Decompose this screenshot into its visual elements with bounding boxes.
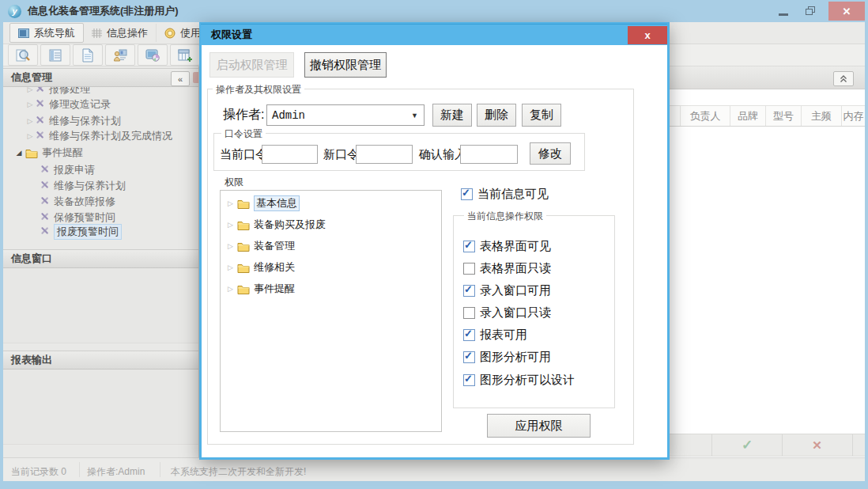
operator-group-label: 操作者及其权限设置 [213,83,304,97]
perm-checkbox-row[interactable]: 图形分析可用 [463,350,551,365]
perm-checkbox-row[interactable]: 表格界面可见 [463,239,551,254]
user-permission-icon[interactable] [105,44,135,66]
sidebar-report-panel-header[interactable]: 报表输出 [3,351,198,370]
sidebar-tree-item[interactable]: 保修预警时间 [3,210,198,226]
sidebar-tree-item[interactable]: ◢ 事件提醒 [3,145,198,161]
current-password-field[interactable] [262,145,318,164]
perm-tree-item-selected[interactable]: ▷ 基本信息 [225,195,440,212]
table-column-header[interactable]: 内存 [842,106,865,126]
operator-status: 操作者:Admin [87,465,145,479]
expander-collapsed-icon[interactable]: ▷ [225,221,236,229]
menu-item-system-nav[interactable]: 系统导航 [9,23,84,43]
table-column-header[interactable]: 型号 [766,106,802,126]
expander-collapsed-icon[interactable]: ▷ [225,199,236,207]
permission-settings-dialog: 权限设置 x 启动权限管理 撤销权限管理 操作者及其权限设置 操作者: Admi… [199,22,670,460]
new-operator-button[interactable]: 新建 [432,104,472,127]
table-new-icon[interactable] [170,44,200,66]
new-password-label: 新口令 [323,147,359,162]
table-column-header[interactable]: 负责人 [681,106,730,126]
current-password-label: 当前口令 [220,147,267,162]
current-info-visible-checkbox[interactable]: 当前信息可见 [461,187,549,202]
checkbox-icon[interactable] [463,374,475,386]
expander-collapsed-icon[interactable]: ▷ [225,263,236,271]
perm-checkbox-row[interactable]: 录入窗口只读 [463,305,551,320]
checkbox-icon[interactable] [463,241,475,252]
perm-checkbox-row[interactable]: 图形分析可以设计 [463,373,575,388]
expander-collapsed-icon[interactable]: ▷ [25,100,35,108]
perm-checkbox-row[interactable]: 报表可用 [463,328,527,343]
status-divider [160,462,160,477]
navigator-cancel-button[interactable]: ✕ [782,434,853,456]
checkbox-icon[interactable] [461,188,473,200]
apply-permission-button[interactable]: 应用权限 [487,414,591,438]
collapse-chevrons-icon: « [178,74,183,84]
panel-collapse-button[interactable] [833,71,854,86]
restore-icon [806,6,816,16]
perm-tree-item[interactable]: ▷ 装备购买及报废 [225,216,440,233]
tool-icon [40,195,50,208]
delete-operator-button[interactable]: 删除 [477,104,516,127]
confirm-password-field[interactable] [460,145,518,164]
restore-button[interactable] [797,2,824,21]
sidebar-tree-item[interactable]: 报废申请 [3,162,198,178]
sidebar-info-panel-header[interactable]: 信息管理 « [3,68,198,87]
expander-collapsed-icon[interactable]: ▷ [25,132,35,140]
expander-collapsed-icon[interactable]: ▷ [25,117,35,125]
perm-tree-item[interactable]: ▷ 事件提醒 [225,280,440,298]
expander-expanded-icon[interactable]: ◢ [14,149,24,157]
status-message: 本系统支持二次开发和全新开发! [171,465,306,479]
navigator-post-button[interactable]: ✓ [712,434,783,456]
sidebar-tree-item-selected[interactable]: 报废预警时间 [3,224,198,240]
expander-collapsed-icon[interactable]: ▷ [225,285,236,293]
table-column-header[interactable]: 品牌 [730,106,766,126]
dialog-titlebar[interactable]: 权限设置 [201,24,667,45]
sidebar-tree-item[interactable]: ▷ 修理改造记录 [3,97,198,112]
folder-icon [237,241,250,252]
sidebar-tree-item[interactable]: ▷ 维修与保养计划 [3,113,198,129]
modify-password-button[interactable]: 修改 [530,142,571,165]
perm-checkbox-row[interactable]: 表格界面只读 [463,261,551,276]
sidebar-tree-item[interactable]: 装备故障报修 [3,194,198,210]
guide-icon [164,28,175,39]
close-button[interactable]: ✕ [828,2,865,21]
sidebar-tree-item[interactable]: 维修与保养计划 [3,178,198,194]
sidebar-window-panel-title: 信息窗口 [11,252,52,266]
tool-icon [40,164,50,176]
checkbox-icon[interactable] [463,329,475,341]
start-permission-button[interactable]: 启动权限管理 [209,52,294,78]
copy-operator-button[interactable]: 复制 [522,104,561,127]
record-count: 当前记录数 0 [11,465,66,479]
sidebar-window-panel-header[interactable]: 信息窗口 [3,249,198,268]
checkbox-icon[interactable] [463,351,475,363]
chevron-up-double-icon [840,75,847,83]
checkbox-icon[interactable] [463,263,475,275]
expander-collapsed-icon[interactable]: ▷ [25,87,35,93]
operation-group-label: 当前信息操作权限 [464,210,546,223]
status-bar: 当前记录数 0 操作者:Admin 本系统支持二次开发和全新开发! [3,457,865,481]
tool-icon [35,130,45,142]
sidebar-collapse-button[interactable]: « [171,71,190,86]
perm-tree-item[interactable]: ▷ 装备管理 [225,237,440,255]
monitor-analysis-icon[interactable] [138,44,168,66]
app-logo-icon: y [8,5,21,18]
checkbox-icon[interactable] [463,307,475,319]
menu-item-info-operation[interactable]: 信息操作 [84,24,157,42]
expander-collapsed-icon[interactable]: ▷ [225,242,236,250]
sidebar-tree-item[interactable]: ▷ 维修与保养计划及完成情况 [3,128,198,144]
search-document-icon[interactable] [8,44,38,66]
password-group-label: 口令设置 [221,127,266,141]
tool-icon [35,115,45,127]
dialog-close-button[interactable]: x [628,26,667,44]
checkbox-icon[interactable] [463,285,475,297]
perm-checkbox-row[interactable]: 录入窗口可用 [463,283,551,298]
minimize-button[interactable] [770,2,797,21]
operator-combobox[interactable]: Admin ▼ [266,104,425,126]
confirm-password-label: 确认输入 [419,147,466,162]
table-column-header[interactable]: 主频 [802,106,842,126]
data-list-icon[interactable] [40,44,70,66]
new-password-field[interactable] [356,145,413,164]
revoke-permission-button[interactable]: 撤销权限管理 [304,52,387,78]
document-icon[interactable] [73,44,103,66]
perm-tree-item[interactable]: ▷ 维修相关 [225,259,440,276]
window-titlebar: y 信息化装备管理系统(非注册用户) ✕ [0,0,868,22]
